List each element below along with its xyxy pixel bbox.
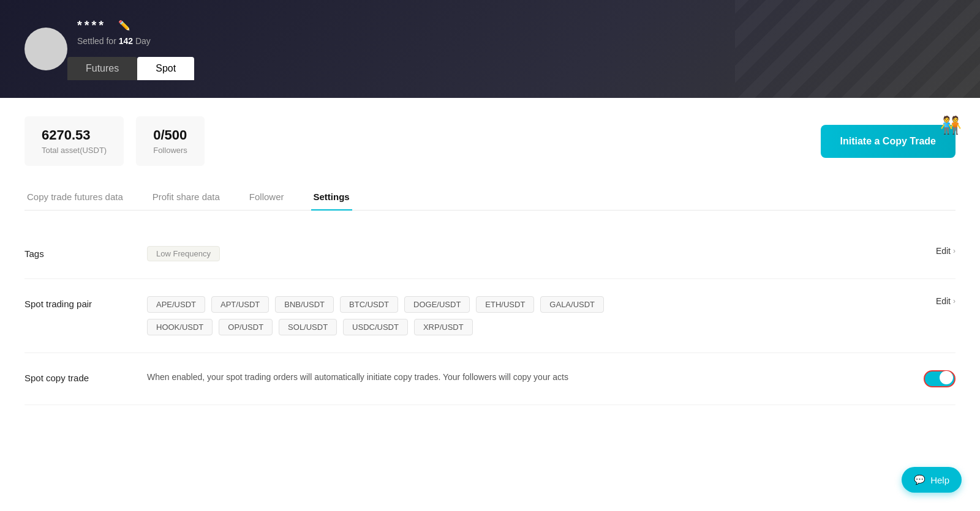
tabs-bar: Futures Spot: [67, 57, 194, 80]
chevron-right-icon-2: ›: [953, 297, 956, 305]
pair-sol-usdt: SOL/USDT: [279, 319, 337, 335]
pair-xrp-usdt: XRP/USDT: [414, 319, 473, 335]
spot-trading-pair-row: Spot trading pair APE/USDT APT/USDT BNB/…: [24, 279, 956, 353]
pairs-row-1: APE/USDT APT/USDT BNB/USDT BTC/USDT DOGE…: [147, 296, 604, 313]
toggle-wrapper: [911, 370, 956, 387]
main-content: 6270.53 Total asset(USDT) 0/500 Follower…: [0, 98, 980, 511]
spot-copy-trade-label: Spot copy trade: [24, 370, 147, 383]
tags-label: Tags: [24, 246, 147, 259]
spot-trading-pair-label: Spot trading pair: [24, 296, 147, 309]
tab-copy-futures[interactable]: Copy trade futures data: [24, 184, 126, 211]
nav-tabs: Copy trade futures data Profit share dat…: [24, 184, 956, 211]
user-settled: Settled for 142 Day: [77, 36, 194, 46]
stats-row: 6270.53 Total asset(USDT) 0/500 Follower…: [24, 116, 956, 166]
tags-content: Low Frequency: [147, 246, 924, 261]
total-asset-label: Total asset(USDT): [42, 146, 107, 155]
pair-usdc-usdt: USDC/USDT: [343, 319, 408, 335]
header: **** ✏️ Settled for 142 Day Futures Spot: [0, 0, 980, 98]
spot-copy-trade-content: When enabled, your spot trading orders w…: [147, 370, 911, 384]
pair-apt-usdt: APT/USDT: [211, 296, 269, 313]
toggle-thumb: [940, 371, 953, 384]
avatar: [24, 28, 67, 70]
edit-profile-icon[interactable]: ✏️: [118, 20, 130, 31]
pair-ape-usdt: APE/USDT: [147, 296, 205, 313]
pair-btc-usdt: BTC/USDT: [340, 296, 398, 313]
copy-trade-icon: 🧑‍🤝‍🧑: [940, 115, 962, 135]
tab-spot[interactable]: Spot: [137, 57, 194, 80]
tab-follower[interactable]: Follower: [247, 184, 287, 211]
user-stars: ****: [77, 18, 106, 32]
total-asset-value: 6270.53: [42, 127, 107, 143]
pair-op-usdt: OP/USDT: [219, 319, 273, 335]
pair-bnb-usdt: BNB/USDT: [275, 296, 334, 313]
tags-row: Tags Low Frequency Edit ›: [24, 229, 956, 279]
pair-gala-usdt: GALA/USDT: [540, 296, 604, 313]
tag-low-frequency: Low Frequency: [147, 246, 220, 261]
tab-profit-share[interactable]: Profit share data: [150, 184, 222, 211]
chat-icon: 💬: [914, 474, 925, 485]
pair-eth-usdt: ETH/USDT: [476, 296, 534, 313]
pairs-row-2: HOOK/USDT OP/USDT SOL/USDT USDC/USDT XRP…: [147, 319, 473, 335]
spot-copy-trade-row: Spot copy trade When enabled, your spot …: [24, 353, 956, 405]
followers-value: 0/500: [153, 127, 187, 143]
tab-futures[interactable]: Futures: [67, 57, 137, 80]
tab-settings[interactable]: Settings: [311, 184, 352, 211]
spot-copy-trade-description: When enabled, your spot trading orders w…: [147, 370, 568, 384]
user-info: **** ✏️ Settled for 142 Day Futures Spot: [77, 18, 194, 80]
tags-edit-button[interactable]: Edit ›: [924, 246, 956, 256]
help-button[interactable]: 💬 Help: [902, 467, 962, 493]
spot-trading-pair-content: APE/USDT APT/USDT BNB/USDT BTC/USDT DOGE…: [147, 296, 924, 335]
pair-doge-usdt: DOGE/USDT: [404, 296, 470, 313]
initiate-copy-trade-button[interactable]: Initiate a Copy Trade 🧑‍🤝‍🧑: [821, 125, 956, 158]
followers-label: Followers: [153, 146, 187, 155]
followers-card: 0/500 Followers: [136, 116, 205, 166]
pair-hook-usdt: HOOK/USDT: [147, 319, 213, 335]
spot-copy-trade-toggle[interactable]: [924, 370, 956, 387]
spot-trading-pair-edit-button[interactable]: Edit ›: [924, 296, 956, 306]
chevron-right-icon: ›: [953, 247, 956, 255]
total-asset-card: 6270.53 Total asset(USDT): [24, 116, 124, 166]
